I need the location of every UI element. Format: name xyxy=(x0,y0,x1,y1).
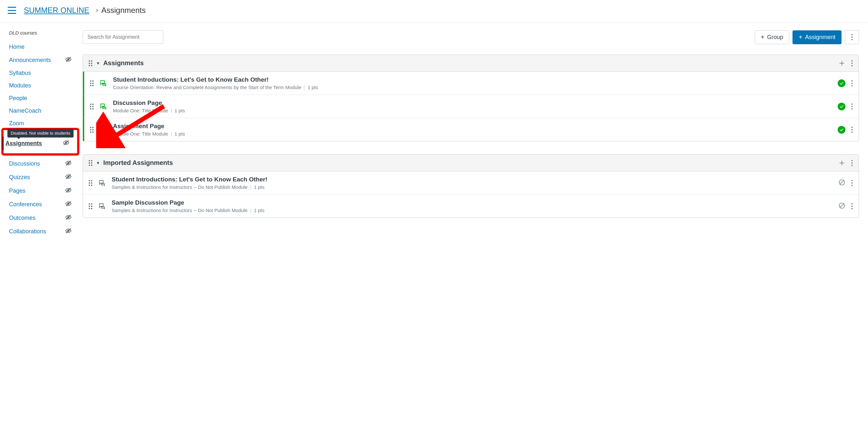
svg-point-28 xyxy=(851,106,853,107)
drag-handle[interactable] xyxy=(90,127,94,133)
item-more-button[interactable] xyxy=(851,126,853,133)
toolbar-more-button[interactable] xyxy=(845,30,859,44)
svg-point-17 xyxy=(851,36,852,38)
drag-handle[interactable] xyxy=(89,160,92,166)
assignment-icon xyxy=(99,126,107,134)
svg-point-48 xyxy=(851,208,853,209)
item-title: Sample Discussion Page xyxy=(112,199,838,206)
published-status[interactable] xyxy=(838,103,845,111)
assignment-item[interactable]: Student Introductions: Let's Get to Know… xyxy=(83,172,859,194)
breadcrumb-page: Assignments xyxy=(101,6,146,15)
svg-point-36 xyxy=(851,160,853,161)
published-status[interactable] xyxy=(838,80,845,87)
sidebar-item-people[interactable]: People xyxy=(9,92,78,104)
breadcrumb-course-link[interactable]: SUMMER ONLINE xyxy=(24,6,89,15)
assignment-item[interactable]: Student Introductions: Let's Get to Know… xyxy=(83,72,859,95)
ban-icon xyxy=(838,202,845,209)
item-subtitle: Module One: Title Module|1 pts xyxy=(113,108,838,113)
discussion-icon xyxy=(98,179,106,187)
assignment-item[interactable]: Assignment Page Module One: Title Module… xyxy=(83,118,859,141)
sidebar-item-conferences[interactable]: Conferences xyxy=(9,197,78,211)
item-title: Assignment Page xyxy=(113,123,838,130)
sidebar-item-announcements[interactable]: Announcements xyxy=(9,53,78,67)
svg-point-37 xyxy=(851,162,853,164)
svg-point-32 xyxy=(851,129,853,130)
eye-slash-icon xyxy=(65,227,72,235)
unpublished-status[interactable] xyxy=(838,179,845,187)
eye-slash-icon xyxy=(63,140,69,147)
item-title: Student Introductions: Let's Get to Know… xyxy=(112,176,838,183)
item-title: Discussion Page xyxy=(113,99,838,106)
drag-handle[interactable] xyxy=(89,203,92,209)
item-more-button[interactable] xyxy=(851,80,853,87)
svg-point-23 xyxy=(851,65,853,66)
svg-point-47 xyxy=(851,206,853,207)
svg-point-46 xyxy=(851,203,853,204)
sidebar-item-collaborations[interactable]: Collaborations xyxy=(9,225,78,238)
assignment-item[interactable]: Sample Discussion Page Samples & Instruc… xyxy=(83,194,859,218)
drag-handle[interactable] xyxy=(90,103,94,110)
add-assignment-label: Assignment xyxy=(805,34,835,41)
item-more-button[interactable] xyxy=(851,203,853,210)
assignment-item[interactable]: Discussion Page Module One: Title Module… xyxy=(83,95,859,118)
eye-slash-icon xyxy=(65,214,72,222)
svg-line-45 xyxy=(840,203,844,208)
sidebar-section-title: DLD courses xyxy=(9,30,78,35)
discussion-icon xyxy=(99,80,107,87)
add-item-button[interactable] xyxy=(838,60,845,67)
sidebar-item-outcomes[interactable]: Outcomes xyxy=(9,211,78,225)
svg-point-16 xyxy=(851,34,852,35)
collapse-toggle[interactable]: ▼ xyxy=(96,61,100,65)
drag-handle[interactable] xyxy=(89,60,92,66)
svg-rect-30 xyxy=(101,127,105,133)
collapse-toggle[interactable]: ▼ xyxy=(96,161,100,165)
add-item-button[interactable] xyxy=(838,159,845,166)
group-more-button[interactable] xyxy=(851,160,853,166)
assignment-group: ▼ Assignments Student Introductions: Let… xyxy=(83,55,859,142)
sidebar-item-namecoach[interactable]: NameCoach xyxy=(9,104,78,117)
sidebar: DLD courses Home Announcements Syllabus … xyxy=(0,23,80,246)
content: +Group +Assignment ▼ Assignments xyxy=(80,23,868,246)
svg-point-43 xyxy=(851,185,853,186)
sidebar-item-discussions[interactable]: Discussions xyxy=(9,157,78,171)
sidebar-item-assignments[interactable]: Assignments xyxy=(3,136,75,150)
eye-slash-icon xyxy=(65,160,72,167)
item-subtitle: Course Orientation: Review and Complete … xyxy=(113,85,838,90)
add-group-button[interactable]: +Group xyxy=(755,30,789,44)
add-assignment-button[interactable]: +Assignment xyxy=(793,30,841,44)
kebab-icon xyxy=(851,34,853,40)
sidebar-item-syllabus[interactable]: Syllabus xyxy=(9,67,78,80)
hamburger-menu-button[interactable] xyxy=(8,7,16,14)
svg-point-26 xyxy=(851,85,853,86)
published-status[interactable] xyxy=(838,126,845,134)
item-subtitle: Samples & Instructions for Instructors -… xyxy=(112,184,838,190)
plus-icon: + xyxy=(799,34,803,40)
drag-handle[interactable] xyxy=(90,80,94,86)
unpublished-status[interactable] xyxy=(838,202,845,210)
svg-point-21 xyxy=(851,60,853,61)
sidebar-item-modules[interactable]: Modules xyxy=(9,80,78,92)
plus-icon: + xyxy=(761,34,765,40)
sidebar-item-pages[interactable]: Pages xyxy=(9,184,78,197)
svg-point-22 xyxy=(851,63,853,64)
search-input[interactable] xyxy=(83,30,163,44)
item-title: Student Introductions: Let's Get to Know… xyxy=(113,76,838,83)
breadcrumb-separator: › xyxy=(96,6,98,14)
assignment-group: ▼ Imported Assignments Student Introduct… xyxy=(83,154,859,218)
sidebar-item-quizzes[interactable]: Quizzes xyxy=(9,171,78,184)
group-more-button[interactable] xyxy=(851,60,853,66)
eye-slash-icon xyxy=(65,201,72,208)
discussion-icon xyxy=(98,203,106,210)
item-subtitle: Module One: Title Module|1 pts xyxy=(113,131,838,136)
annotation-highlight-box: Disabled. Not visible to students Assign… xyxy=(1,128,80,156)
svg-point-38 xyxy=(851,164,853,166)
sidebar-item-home[interactable]: Home xyxy=(9,41,78,53)
item-more-button[interactable] xyxy=(851,103,853,110)
ban-icon xyxy=(838,179,845,186)
item-more-button[interactable] xyxy=(851,180,853,186)
eye-slash-icon xyxy=(65,173,72,181)
svg-point-29 xyxy=(851,108,853,110)
discussion-icon xyxy=(99,103,107,111)
group-title: Imported Assignments xyxy=(103,159,173,166)
drag-handle[interactable] xyxy=(89,180,92,186)
